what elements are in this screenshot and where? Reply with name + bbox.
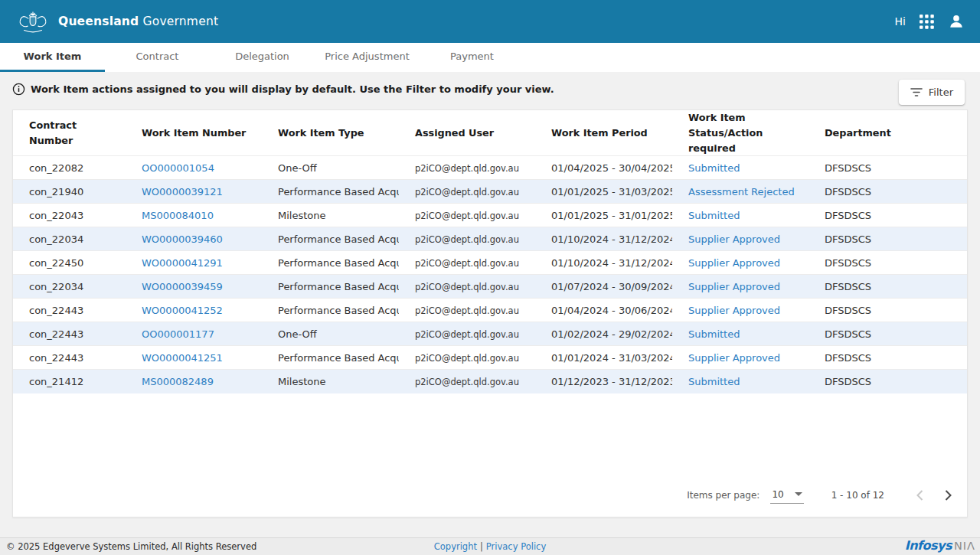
apps-grid-icon[interactable] <box>920 15 934 29</box>
column-header-type: Work Item Type <box>262 110 399 156</box>
work-item-number-link[interactable]: OO000001054 <box>142 162 214 174</box>
assigned-user-cell: p2iCO@dept.qld.gov.au <box>415 329 519 340</box>
table-header-row: Contract NumberWork Item NumberWork Item… <box>13 110 967 156</box>
items-per-page-value: 10 <box>772 489 783 500</box>
contract-number-cell: con_22034 <box>29 281 83 292</box>
contract-number-cell: con_22082 <box>29 162 83 174</box>
info-banner: Work Item actions assigned to you will d… <box>12 72 554 106</box>
privacy-policy-link[interactable]: Privacy Policy <box>486 541 546 552</box>
page-range-label: 1 - 10 of 12 <box>831 490 884 501</box>
table-row: con_22034WO0000039460Performance Based A… <box>13 227 967 251</box>
status-action-link[interactable]: Supplier Approved <box>688 281 780 292</box>
contract-number-cell: con_22450 <box>29 257 83 269</box>
assigned-user-cell: p2iCO@dept.qld.gov.au <box>415 234 519 245</box>
column-header-department: Department <box>808 110 967 156</box>
work-item-type-cell: Milestone <box>278 210 326 221</box>
tab-payment[interactable]: Payment <box>420 43 524 72</box>
work-item-number-link[interactable]: OO000001177 <box>142 328 214 340</box>
work-item-period-cell: 01/01/2025 - 31/01/2025 <box>551 210 672 221</box>
tab-delegation[interactable]: Delegation <box>210 43 315 72</box>
info-circle-icon <box>12 83 25 96</box>
status-action-link[interactable]: Supplier Approved <box>688 352 780 364</box>
work-item-type-cell: Performance Based Acquittal <box>278 305 399 316</box>
top-header: Queensland Government Hi <box>0 0 980 43</box>
filter-button[interactable]: Filter <box>899 80 965 105</box>
table-row: con_21940WO0000039121Performance Based A… <box>13 180 967 204</box>
previous-page-button[interactable] <box>909 484 932 507</box>
work-item-number-link[interactable]: WO0000039121 <box>142 186 223 198</box>
contract-number-cell: con_22034 <box>29 233 83 245</box>
work-item-number-link[interactable]: WO0000041251 <box>142 352 223 364</box>
copyright-link[interactable]: Copyright <box>434 541 477 552</box>
next-page-button[interactable] <box>936 484 959 507</box>
work-item-type-cell: Performance Based Acquittal <box>278 257 399 269</box>
assigned-user-cell: p2iCO@dept.qld.gov.au <box>415 187 519 198</box>
work-item-number-link[interactable]: MS000084010 <box>142 210 214 221</box>
tab-contract[interactable]: Contract <box>105 43 210 72</box>
items-per-page-select[interactable]: 10 <box>770 488 803 504</box>
status-action-link[interactable]: Assessment Rejected <box>688 186 795 198</box>
work-item-type-cell: Milestone <box>278 376 326 387</box>
status-action-link[interactable]: Submitted <box>688 328 740 340</box>
table-row: con_22443OO000001177One-Offp2iCO@dept.ql… <box>13 322 967 346</box>
brand-text: Queensland Government <box>58 15 218 28</box>
work-item-number-link[interactable]: WO0000041291 <box>142 257 223 269</box>
work-items-table-card: Contract NumberWork Item NumberWork Item… <box>12 109 968 517</box>
paginator: Items per page: 10 1 - 10 of 12 <box>687 478 959 512</box>
status-action-link[interactable]: Submitted <box>688 376 740 387</box>
work-item-period-cell: 01/07/2024 - 30/09/2024 <box>551 281 672 292</box>
work-item-type-cell: One-Off <box>278 162 317 174</box>
assigned-user-cell: p2iCO@dept.qld.gov.au <box>415 377 519 387</box>
department-cell: DFSDSCS <box>825 233 871 245</box>
department-cell: DFSDSCS <box>825 352 871 364</box>
tab-work-item[interactable]: Work Item <box>0 43 105 72</box>
work-item-number-link[interactable]: MS000082489 <box>142 376 214 387</box>
status-action-link[interactable]: Submitted <box>688 162 740 174</box>
contract-number-cell: con_22043 <box>29 210 83 221</box>
page-footer: © 2025 Edgeverve Systems Limited, All Ri… <box>0 537 980 555</box>
department-cell: DFSDSCS <box>825 186 871 198</box>
contract-number-cell: con_22443 <box>29 352 83 364</box>
user-icon[interactable] <box>948 13 965 30</box>
contract-number-cell: con_22443 <box>29 328 83 340</box>
infosys-nia-logo: Infosys NIΛ <box>905 538 975 553</box>
work-item-type-cell: Performance Based Acquittal <box>278 281 399 292</box>
table-row: con_21412MS000082489Milestonep2iCO@dept.… <box>13 370 967 393</box>
status-action-link[interactable]: Submitted <box>688 210 740 221</box>
assigned-user-cell: p2iCO@dept.qld.gov.au <box>415 305 519 316</box>
greeting-text: Hi <box>895 15 906 28</box>
work-item-number-link[interactable]: WO0000041252 <box>142 305 223 316</box>
assigned-user-cell: p2iCO@dept.qld.gov.au <box>415 353 519 364</box>
column-header-period: Work Item Period <box>535 110 672 156</box>
main-content: Work Item actions assigned to you will d… <box>0 72 980 537</box>
status-action-link[interactable]: Supplier Approved <box>688 233 780 245</box>
work-item-number-link[interactable]: WO0000039460 <box>142 233 223 245</box>
work-item-number-link[interactable]: WO0000039459 <box>142 281 223 292</box>
work-item-period-cell: 01/02/2024 - 29/02/2024 <box>551 328 672 340</box>
items-per-page-label: Items per page: <box>687 490 760 501</box>
table-row: con_22450WO0000041291Performance Based A… <box>13 251 967 275</box>
assigned-user-cell: p2iCO@dept.qld.gov.au <box>415 282 519 292</box>
filter-icon <box>910 87 923 97</box>
select-caret-icon <box>795 492 802 496</box>
qld-gov-logo[interactable]: Queensland Government <box>15 7 218 36</box>
department-cell: DFSDSCS <box>825 281 871 292</box>
department-cell: DFSDSCS <box>825 257 871 269</box>
contract-number-cell: con_22443 <box>29 305 83 316</box>
status-action-link[interactable]: Supplier Approved <box>688 257 780 269</box>
contract-number-cell: con_21412 <box>29 376 83 387</box>
work-item-period-cell: 01/01/2025 - 31/03/2025 <box>551 186 672 198</box>
brand-regular: Government <box>143 15 219 28</box>
work-item-period-cell: 01/04/2024 - 30/06/2024 <box>551 305 672 316</box>
assigned-user-cell: p2iCO@dept.qld.gov.au <box>415 211 519 221</box>
department-cell: DFSDSCS <box>825 328 871 340</box>
column-header-status: Work Item Status/Action required <box>672 110 808 156</box>
column-header-contract: Contract Number <box>13 110 126 156</box>
table-row: con_22443WO0000041251Performance Based A… <box>13 346 967 370</box>
work-item-type-cell: Performance Based Acquittal <box>278 352 399 364</box>
status-action-link[interactable]: Supplier Approved <box>688 305 780 316</box>
department-cell: DFSDSCS <box>825 162 871 174</box>
tab-price-adjustment[interactable]: Price Adjustment <box>315 43 420 72</box>
topbar-actions: Hi <box>895 13 965 30</box>
brand-bold: Queensland <box>58 15 139 28</box>
